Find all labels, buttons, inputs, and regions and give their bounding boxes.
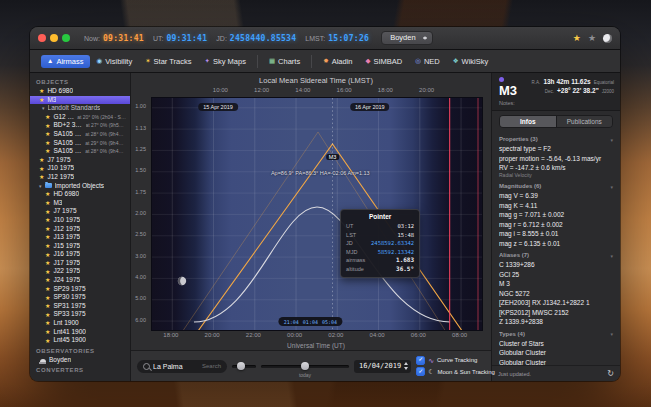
date-stepper[interactable]: 16/04/2019 xyxy=(354,360,411,373)
objects-sidebar[interactable]: OBJECTS ★ HD 6980 ★ M3 ★ Landolt xyxy=(30,73,131,381)
info-row[interactable]: NGC 5272 xyxy=(492,289,620,299)
object-row[interactable]: ★ HD 6980 xyxy=(30,190,130,199)
info-row-text: Magnitudes (6) xyxy=(499,182,610,191)
info-row[interactable]: [KPS2012] MWSC 2152 xyxy=(492,308,620,318)
object-row[interactable]: ★ M3 xyxy=(30,199,130,208)
object-row[interactable]: ★ SP33 1975 xyxy=(30,310,130,319)
object-row[interactable]: ★ J7 1975 xyxy=(30,207,130,216)
object-row[interactable]: ★ J12 1975 xyxy=(30,225,130,234)
object-row[interactable]: ★ SA105 815 at 28° 0% (9h43 - S) xyxy=(30,147,130,156)
object-details-list[interactable]: Properties (3) spectral type = F2 proper… xyxy=(492,132,620,365)
zoom-window-button[interactable] xyxy=(62,34,70,42)
info-tabs: InfosPublications xyxy=(499,115,613,128)
object-row[interactable]: ★ J10 1975 xyxy=(30,164,130,173)
date-stepper-buttons[interactable] xyxy=(404,362,408,370)
observatory-select[interactable]: Boyden xyxy=(381,31,432,45)
refresh-icon[interactable]: ↻ xyxy=(607,370,614,378)
ut-tick-label: 18:00 xyxy=(163,332,178,338)
tab-label: Airmass xyxy=(56,57,83,66)
object-row[interactable]: ★ J7 1975 xyxy=(30,156,130,165)
date-increment-button[interactable] xyxy=(404,362,408,365)
toolbar-tab[interactable]: ◉ Visibility xyxy=(91,55,139,68)
info-row[interactable]: mag r = 6.712 ± 0.002 xyxy=(492,220,620,230)
tooltip-row-value: 36.5° xyxy=(396,265,414,274)
info-row[interactable]: Cluster of Stars xyxy=(492,339,620,349)
date-offset-slider-thumb[interactable] xyxy=(301,362,309,370)
info-row[interactable]: mag g = 7.071 ± 0.002 xyxy=(492,210,620,220)
dec-row: Dec. +28° 22' 38.2" J2000 xyxy=(545,87,614,94)
object-row[interactable]: ★ J10 1975 xyxy=(30,216,130,225)
object-row[interactable]: ★ G12 43 at 20° 0% (2h04 - SW) xyxy=(30,113,130,122)
object-row[interactable]: ★ SP29 1975 xyxy=(30,285,130,294)
info-row[interactable]: mag z = 6.135 ± 0.01 xyxy=(492,239,620,249)
toolbar-tab[interactable]: ▦ Charts xyxy=(263,55,306,68)
checkbox[interactable] xyxy=(416,356,425,365)
date-offset-slider[interactable]: today xyxy=(261,365,349,368)
object-row[interactable]: ★ J16 1975 xyxy=(30,250,130,259)
location-search-field[interactable]: La Palma Search xyxy=(137,360,227,373)
checkbox[interactable] xyxy=(416,367,425,376)
info-row[interactable]: Magnitudes (6) xyxy=(492,179,620,191)
object-row[interactable]: ★ J22 1975 xyxy=(30,267,130,276)
favorite-star-icon[interactable]: ★ xyxy=(573,34,581,43)
info-row[interactable]: Z 1339.9+2838 xyxy=(492,317,620,327)
observatory-row[interactable]: Boyden xyxy=(30,356,130,365)
object-row[interactable]: ★ M3 xyxy=(30,96,130,105)
object-row[interactable]: ★ SA105 500 at 29° 0% (9h47 - S) xyxy=(30,139,130,148)
toolbar-tab[interactable]: ◆ SIMBAD xyxy=(360,55,409,68)
info-row[interactable]: mag V = 6.39 xyxy=(492,191,620,201)
toolbar-tab[interactable]: ✶ Star Tracks xyxy=(139,55,197,68)
info-row[interactable]: spectral type = F2 xyxy=(492,144,620,154)
minimize-window-button[interactable] xyxy=(50,34,58,42)
airmass-plot[interactable]: 15 Apr 201916 Apr 2019 M3 Ap=86.9° PA=86… xyxy=(151,97,483,331)
notes-label[interactable]: Notes: xyxy=(499,100,613,106)
object-row[interactable]: ★ J15 1975 xyxy=(30,242,130,251)
toolbar-tab[interactable]: ✦ Sky Maps xyxy=(199,55,252,68)
info-row[interactable]: C 1339+286 xyxy=(492,260,620,270)
object-row[interactable]: ★ Lnt41 1900 xyxy=(30,328,130,337)
object-row[interactable]: ★ J17 1975 xyxy=(30,259,130,268)
object-row[interactable]: ★ Landolt Standards xyxy=(30,104,130,113)
time-offset-slider[interactable] xyxy=(232,365,256,368)
info-row[interactable]: Types (4) xyxy=(492,327,620,339)
star-icon: ★ xyxy=(45,131,50,137)
time-offset-slider-thumb[interactable] xyxy=(237,362,245,370)
info-row[interactable]: mag K = 4.11 xyxy=(492,201,620,211)
toolbar-tab[interactable]: ◎ NED xyxy=(409,55,446,68)
object-row[interactable]: ★ SP31 1975 xyxy=(30,302,130,311)
info-row[interactable]: [ZEH2003] RX J1342.1+2822 1 xyxy=(492,298,620,308)
info-tab[interactable]: Infos xyxy=(500,116,556,127)
info-row[interactable]: Globular Cluster xyxy=(492,358,620,366)
toolbar-tab[interactable]: ▲ Airmass xyxy=(41,55,90,68)
info-row[interactable]: Properties (3) xyxy=(492,132,620,144)
info-row[interactable]: mag i = 8.555 ± 0.01 xyxy=(492,229,620,239)
info-row[interactable]: RV = -147.2 ± 0.6 km/s Radial Velocity xyxy=(492,163,620,178)
info-row[interactable]: Globular Cluster xyxy=(492,348,620,358)
info-row[interactable]: M 3 xyxy=(492,279,620,289)
info-row[interactable]: Aliases (7) xyxy=(492,248,620,260)
object-row[interactable]: ★ J24 1975 xyxy=(30,276,130,285)
tracking-toggle[interactable]: ∿ Curve Tracking xyxy=(416,356,485,365)
moon-phase-icon[interactable] xyxy=(603,34,612,43)
tracking-toggle[interactable]: ☾ Moon & Sun Tracking xyxy=(416,367,485,376)
object-row[interactable]: ★ Lnt45 1900 xyxy=(30,336,130,345)
object-row[interactable]: ★ Imported Objects xyxy=(30,182,130,191)
close-window-button[interactable] xyxy=(38,34,46,42)
object-row[interactable]: ★ J13 1975 xyxy=(30,233,130,242)
object-row[interactable]: ★ J12 1975 xyxy=(30,173,130,182)
toolbar-tab[interactable]: ❖ WikiSky xyxy=(447,55,495,68)
object-row[interactable]: ★ SA105 437 at 28° 0% (9h48 - S) xyxy=(30,130,130,139)
toolbar-tab[interactable]: ✸ Aladin xyxy=(317,55,358,68)
info-tab[interactable]: Publications xyxy=(556,116,613,127)
object-row[interactable]: ★ Lnt 1900 xyxy=(30,319,130,328)
star-outline-icon[interactable]: ★ xyxy=(588,34,596,43)
object-row[interactable]: ★ BD+2 3771 at 27° 0% (9h50 - S) xyxy=(30,121,130,130)
date-decrement-button[interactable] xyxy=(404,367,408,370)
info-row[interactable]: proper motion = -5.64, -6.13 mas/yr xyxy=(492,154,620,164)
star-icon: ★ xyxy=(45,320,50,326)
object-row[interactable]: ★ HD 6980 xyxy=(30,87,130,96)
tooltip-row: altitude 36.5° xyxy=(346,265,414,274)
info-row[interactable]: GCl 25 xyxy=(492,270,620,280)
object-row[interactable]: ★ SP30 1975 xyxy=(30,293,130,302)
tab-label: Visibility xyxy=(105,57,132,66)
